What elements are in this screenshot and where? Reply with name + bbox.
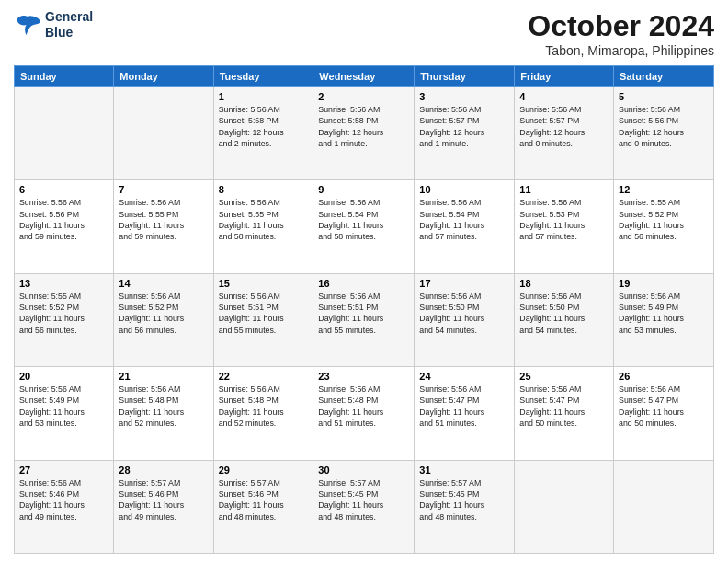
calendar-cell: 3Sunrise: 5:56 AM Sunset: 5:57 PM Daylig… — [415, 87, 515, 180]
header-sunday: Sunday — [15, 66, 114, 87]
calendar-cell: 14Sunrise: 5:56 AM Sunset: 5:52 PM Dayli… — [114, 273, 213, 366]
week-row-1: 1Sunrise: 5:56 AM Sunset: 5:58 PM Daylig… — [15, 87, 714, 180]
calendar-cell: 9Sunrise: 5:56 AM Sunset: 5:54 PM Daylig… — [313, 180, 415, 273]
day-info: Sunrise: 5:56 AM Sunset: 5:55 PM Dayligh… — [219, 197, 309, 242]
calendar-cell: 12Sunrise: 5:55 AM Sunset: 5:52 PM Dayli… — [614, 180, 714, 273]
day-number: 9 — [318, 184, 409, 195]
day-number: 23 — [318, 371, 409, 382]
calendar-cell: 23Sunrise: 5:56 AM Sunset: 5:48 PM Dayli… — [313, 367, 415, 460]
day-info: Sunrise: 5:56 AM Sunset: 5:50 PM Dayligh… — [419, 291, 509, 336]
calendar-cell: 20Sunrise: 5:56 AM Sunset: 5:49 PM Dayli… — [15, 367, 114, 460]
calendar-cell: 7Sunrise: 5:56 AM Sunset: 5:55 PM Daylig… — [114, 180, 213, 273]
day-number: 20 — [19, 371, 108, 382]
day-number: 27 — [19, 465, 108, 476]
calendar-cell: 29Sunrise: 5:57 AM Sunset: 5:46 PM Dayli… — [213, 460, 313, 553]
header-tuesday: Tuesday — [213, 66, 313, 87]
day-info: Sunrise: 5:56 AM Sunset: 5:47 PM Dayligh… — [619, 384, 709, 429]
calendar-cell: 24Sunrise: 5:56 AM Sunset: 5:47 PM Dayli… — [415, 367, 515, 460]
header-wednesday: Wednesday — [313, 66, 415, 87]
calendar-header: SundayMondayTuesdayWednesdayThursdayFrid… — [15, 66, 714, 87]
day-number: 22 — [219, 371, 309, 382]
page: General Blue October 2024 Tabon, Mimarop… — [0, 0, 728, 563]
header-friday: Friday — [515, 66, 614, 87]
day-number: 26 — [619, 371, 709, 382]
logo-text: General Blue — [45, 9, 93, 40]
calendar-cell — [614, 460, 714, 553]
day-number: 25 — [519, 371, 609, 382]
day-number: 8 — [219, 184, 309, 195]
week-row-3: 13Sunrise: 5:55 AM Sunset: 5:52 PM Dayli… — [15, 273, 714, 366]
calendar-cell: 5Sunrise: 5:56 AM Sunset: 5:56 PM Daylig… — [614, 87, 714, 180]
day-number: 7 — [119, 184, 208, 195]
day-info: Sunrise: 5:56 AM Sunset: 5:54 PM Dayligh… — [419, 197, 509, 242]
calendar-cell: 13Sunrise: 5:55 AM Sunset: 5:52 PM Dayli… — [15, 273, 114, 366]
calendar-body: 1Sunrise: 5:56 AM Sunset: 5:58 PM Daylig… — [15, 87, 714, 554]
header-monday: Monday — [114, 66, 213, 87]
day-number: 21 — [119, 371, 208, 382]
calendar-cell: 8Sunrise: 5:56 AM Sunset: 5:55 PM Daylig… — [213, 180, 313, 273]
day-number: 30 — [318, 465, 409, 476]
day-headers-row: SundayMondayTuesdayWednesdayThursdayFrid… — [15, 66, 714, 87]
day-info: Sunrise: 5:56 AM Sunset: 5:51 PM Dayligh… — [219, 291, 309, 336]
calendar-cell: 30Sunrise: 5:57 AM Sunset: 5:45 PM Dayli… — [313, 460, 415, 553]
day-info: Sunrise: 5:56 AM Sunset: 5:49 PM Dayligh… — [19, 384, 108, 429]
day-info: Sunrise: 5:55 AM Sunset: 5:52 PM Dayligh… — [619, 197, 709, 242]
day-info: Sunrise: 5:56 AM Sunset: 5:53 PM Dayligh… — [519, 197, 609, 242]
day-info: Sunrise: 5:56 AM Sunset: 5:48 PM Dayligh… — [219, 384, 309, 429]
day-number: 4 — [519, 91, 609, 102]
calendar-cell: 25Sunrise: 5:56 AM Sunset: 5:47 PM Dayli… — [515, 367, 614, 460]
day-info: Sunrise: 5:56 AM Sunset: 5:47 PM Dayligh… — [519, 384, 609, 429]
month-title: October 2024 — [528, 9, 714, 43]
calendar-cell — [114, 87, 213, 180]
day-info: Sunrise: 5:56 AM Sunset: 5:56 PM Dayligh… — [619, 104, 709, 149]
day-number: 31 — [419, 465, 509, 476]
header-thursday: Thursday — [415, 66, 515, 87]
calendar-cell: 19Sunrise: 5:56 AM Sunset: 5:49 PM Dayli… — [614, 273, 714, 366]
day-info: Sunrise: 5:56 AM Sunset: 5:50 PM Dayligh… — [519, 291, 609, 336]
day-info: Sunrise: 5:56 AM Sunset: 5:58 PM Dayligh… — [318, 104, 409, 149]
day-number: 24 — [419, 371, 509, 382]
location-subtitle: Tabon, Mimaropa, Philippines — [528, 43, 714, 58]
day-info: Sunrise: 5:55 AM Sunset: 5:52 PM Dayligh… — [19, 291, 108, 336]
day-number: 6 — [19, 184, 108, 195]
logo: General Blue — [14, 9, 93, 40]
calendar-cell: 28Sunrise: 5:57 AM Sunset: 5:46 PM Dayli… — [114, 460, 213, 553]
calendar-cell: 16Sunrise: 5:56 AM Sunset: 5:51 PM Dayli… — [313, 273, 415, 366]
week-row-4: 20Sunrise: 5:56 AM Sunset: 5:49 PM Dayli… — [15, 367, 714, 460]
day-number: 29 — [219, 465, 309, 476]
day-info: Sunrise: 5:56 AM Sunset: 5:57 PM Dayligh… — [519, 104, 609, 149]
week-row-2: 6Sunrise: 5:56 AM Sunset: 5:56 PM Daylig… — [15, 180, 714, 273]
calendar-cell: 11Sunrise: 5:56 AM Sunset: 5:53 PM Dayli… — [515, 180, 614, 273]
calendar-table: SundayMondayTuesdayWednesdayThursdayFrid… — [14, 65, 714, 554]
day-info: Sunrise: 5:56 AM Sunset: 5:54 PM Dayligh… — [318, 197, 409, 242]
calendar-cell: 26Sunrise: 5:56 AM Sunset: 5:47 PM Dayli… — [614, 367, 714, 460]
day-number: 12 — [619, 184, 709, 195]
day-info: Sunrise: 5:57 AM Sunset: 5:45 PM Dayligh… — [419, 477, 509, 523]
calendar-cell: 18Sunrise: 5:56 AM Sunset: 5:50 PM Dayli… — [515, 273, 614, 366]
day-info: Sunrise: 5:56 AM Sunset: 5:48 PM Dayligh… — [119, 384, 208, 429]
calendar-cell: 4Sunrise: 5:56 AM Sunset: 5:57 PM Daylig… — [515, 87, 614, 180]
day-info: Sunrise: 5:56 AM Sunset: 5:51 PM Dayligh… — [318, 291, 409, 336]
calendar-cell: 17Sunrise: 5:56 AM Sunset: 5:50 PM Dayli… — [415, 273, 515, 366]
day-info: Sunrise: 5:56 AM Sunset: 5:52 PM Dayligh… — [119, 291, 208, 336]
day-info: Sunrise: 5:56 AM Sunset: 5:48 PM Dayligh… — [318, 384, 409, 429]
calendar-cell: 15Sunrise: 5:56 AM Sunset: 5:51 PM Dayli… — [213, 273, 313, 366]
calendar-cell: 10Sunrise: 5:56 AM Sunset: 5:54 PM Dayli… — [415, 180, 515, 273]
day-info: Sunrise: 5:56 AM Sunset: 5:49 PM Dayligh… — [619, 291, 709, 336]
week-row-5: 27Sunrise: 5:56 AM Sunset: 5:46 PM Dayli… — [15, 460, 714, 553]
day-info: Sunrise: 5:56 AM Sunset: 5:56 PM Dayligh… — [19, 197, 108, 242]
calendar-cell: 2Sunrise: 5:56 AM Sunset: 5:58 PM Daylig… — [313, 87, 415, 180]
day-number: 18 — [519, 278, 609, 289]
day-number: 19 — [619, 278, 709, 289]
calendar-cell: 27Sunrise: 5:56 AM Sunset: 5:46 PM Dayli… — [15, 460, 114, 553]
calendar-cell: 6Sunrise: 5:56 AM Sunset: 5:56 PM Daylig… — [15, 180, 114, 273]
day-number: 10 — [419, 184, 509, 195]
day-number: 11 — [519, 184, 609, 195]
day-info: Sunrise: 5:57 AM Sunset: 5:46 PM Dayligh… — [119, 477, 208, 523]
title-section: October 2024 Tabon, Mimaropa, Philippine… — [528, 9, 714, 58]
day-number: 2 — [318, 91, 409, 102]
day-number: 13 — [19, 278, 108, 289]
calendar-cell: 22Sunrise: 5:56 AM Sunset: 5:48 PM Dayli… — [213, 367, 313, 460]
logo-icon — [14, 11, 41, 39]
calendar-cell: 31Sunrise: 5:57 AM Sunset: 5:45 PM Dayli… — [415, 460, 515, 553]
